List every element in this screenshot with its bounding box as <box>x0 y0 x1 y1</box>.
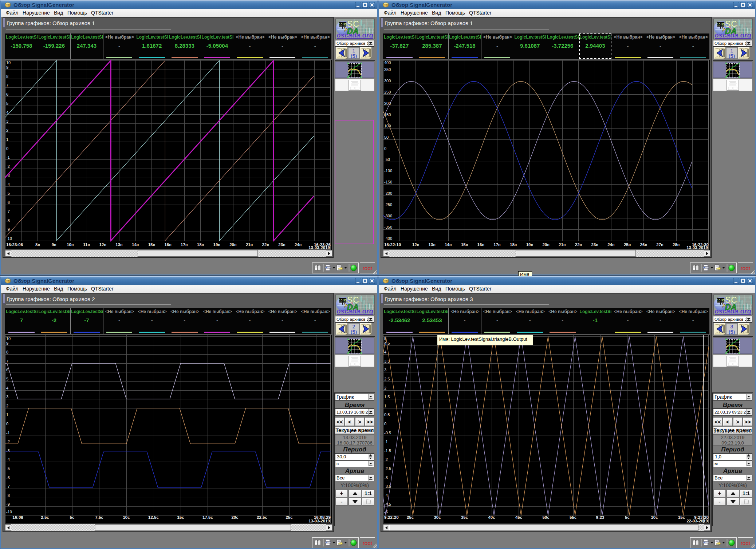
svg-text:26с: 26с <box>640 242 647 247</box>
svg-text:3.5: 3.5 <box>384 359 390 363</box>
svg-text:-1.5: -1.5 <box>384 449 391 453</box>
svg-text:1: 1 <box>6 137 8 142</box>
svg-text:10с: 10с <box>67 242 74 247</box>
svg-text:24с: 24с <box>295 242 302 247</box>
svg-text:13-03-2019: 13-03-2019 <box>308 245 330 250</box>
svg-text:0: 0 <box>384 146 386 151</box>
svg-text:0: 0 <box>384 422 386 426</box>
svg-text:-4: -4 <box>384 493 388 498</box>
svg-text:13-03-2019: 13-03-2019 <box>308 519 330 523</box>
svg-text:-150: -150 <box>384 180 392 184</box>
svg-text:21с: 21с <box>246 242 253 247</box>
svg-text:-2.5: -2.5 <box>384 466 391 471</box>
svg-text:9с: 9с <box>52 242 56 247</box>
svg-text:4: 4 <box>384 350 386 354</box>
svg-text:18с: 18с <box>197 242 204 247</box>
svg-text:3: 3 <box>384 368 386 372</box>
svg-text:-250: -250 <box>384 202 392 207</box>
svg-text:2.5с: 2.5с <box>41 515 49 520</box>
svg-text:oscada.org: oscada.org <box>714 307 751 315</box>
svg-text:-8: -8 <box>6 493 10 498</box>
svg-text:17с: 17с <box>181 242 188 247</box>
svg-text:-5: -5 <box>6 466 10 471</box>
svg-text:-0.5: -0.5 <box>384 431 391 435</box>
svg-text:17.5с: 17.5с <box>202 515 213 520</box>
svg-text:50с: 50с <box>542 515 550 520</box>
svg-text:7.5с: 7.5с <box>95 515 103 520</box>
svg-text:-10: -10 <box>6 236 12 241</box>
svg-text:7: 7 <box>6 83 8 87</box>
svg-text:19с: 19с <box>213 242 221 247</box>
svg-text:-7: -7 <box>6 484 10 489</box>
svg-text:35с: 35с <box>461 515 468 520</box>
svg-text:23с: 23с <box>278 242 286 247</box>
svg-text:-9: -9 <box>6 227 10 232</box>
svg-text:12.5с: 12.5с <box>148 515 159 520</box>
svg-text:14с: 14с <box>132 242 139 247</box>
svg-text:15с: 15с <box>177 515 184 520</box>
svg-text:9:23: 9:23 <box>596 515 604 520</box>
svg-text:16:08: 16:08 <box>12 515 23 520</box>
svg-text:17с: 17с <box>493 242 501 247</box>
svg-text:-200: -200 <box>384 191 392 195</box>
svg-text:20с: 20с <box>229 242 237 247</box>
svg-text:1.5: 1.5 <box>384 395 390 399</box>
svg-text:0.5: 0.5 <box>384 412 390 417</box>
svg-text:25с: 25с <box>286 515 293 520</box>
svg-text:40с: 40с <box>488 515 495 520</box>
svg-text:-8: -8 <box>6 218 10 223</box>
svg-text:5с: 5с <box>70 515 75 520</box>
svg-text:-6: -6 <box>6 200 10 205</box>
svg-text:2: 2 <box>6 128 8 133</box>
svg-text:-2: -2 <box>384 457 388 462</box>
svg-text:-4: -4 <box>6 182 10 187</box>
svg-text:3: 3 <box>6 395 8 399</box>
svg-text:28с: 28с <box>673 242 680 247</box>
svg-text:20с: 20с <box>231 515 239 520</box>
svg-text:300: 300 <box>384 79 391 83</box>
svg-text:8: 8 <box>6 74 8 79</box>
svg-text:oscada.org: oscada.org <box>714 31 751 39</box>
svg-text:1: 1 <box>384 404 386 408</box>
svg-text:15с: 15с <box>461 242 468 247</box>
svg-text:0: 0 <box>6 146 8 151</box>
svg-text:50: 50 <box>384 135 389 139</box>
svg-text:12с: 12с <box>412 242 420 247</box>
svg-text:-1: -1 <box>384 439 388 444</box>
svg-text:-100: -100 <box>384 169 392 173</box>
svg-text:16с: 16с <box>477 242 485 247</box>
svg-text:4: 4 <box>6 110 8 115</box>
svg-text:8с: 8с <box>35 242 40 247</box>
svg-text:-9: -9 <box>6 502 10 506</box>
svg-text:250: 250 <box>384 90 391 94</box>
svg-text:10: 10 <box>6 60 11 65</box>
svg-text:-1: -1 <box>6 155 10 159</box>
svg-text:-2: -2 <box>6 164 10 169</box>
svg-text:10.95: 10.95 <box>339 299 347 302</box>
svg-text:400: 400 <box>384 60 391 65</box>
svg-text:10.95: 10.95 <box>717 23 725 26</box>
svg-text:-4: -4 <box>6 457 10 462</box>
svg-text:15с: 15с <box>148 242 155 247</box>
svg-text:25с: 25с <box>624 242 631 247</box>
svg-text:19с: 19с <box>526 242 533 247</box>
svg-text:-5: -5 <box>6 191 10 195</box>
svg-text:10.95: 10.95 <box>339 23 347 26</box>
svg-text:5: 5 <box>6 101 8 106</box>
svg-text:9: 9 <box>6 65 8 70</box>
svg-text:-2: -2 <box>6 439 10 444</box>
svg-text:8: 8 <box>6 350 8 354</box>
svg-text:-400: -400 <box>384 236 392 241</box>
svg-text:23с: 23с <box>591 242 599 247</box>
svg-text:-3: -3 <box>384 475 388 480</box>
svg-text:21с: 21с <box>559 242 566 247</box>
svg-text:18с: 18с <box>510 242 517 247</box>
svg-text:10: 10 <box>6 336 11 341</box>
svg-text:-350: -350 <box>384 225 392 229</box>
svg-text:2.5: 2.5 <box>384 377 390 381</box>
svg-text:2: 2 <box>384 386 386 390</box>
svg-text:22с: 22с <box>575 242 582 247</box>
svg-text:2: 2 <box>6 404 8 408</box>
svg-text:-7: -7 <box>6 209 10 214</box>
svg-text:5: 5 <box>6 377 8 381</box>
